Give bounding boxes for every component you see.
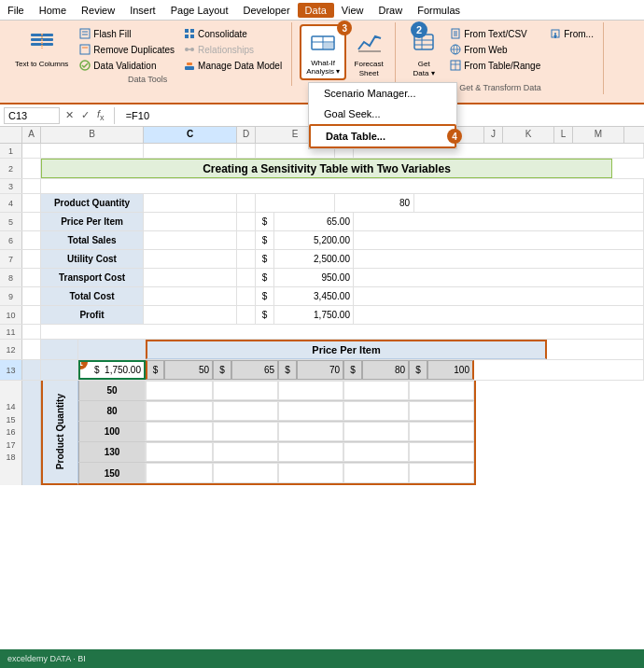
cell-j13-dollar[interactable]: $ <box>343 360 362 380</box>
remove-duplicates-button[interactable]: Remove Duplicates <box>76 42 178 57</box>
data-18-70[interactable] <box>278 463 343 483</box>
cell-e13-50[interactable]: 50 <box>164 360 213 380</box>
menu-insert[interactable]: Insert <box>122 3 163 18</box>
data-16-50[interactable] <box>146 422 213 441</box>
data-17-70[interactable] <box>278 442 343 462</box>
cell-m13-100[interactable]: 100 <box>427 360 474 380</box>
cell-g6[interactable] <box>354 231 644 249</box>
cell-a5[interactable] <box>22 213 41 230</box>
cell-d13-dollar[interactable]: $ <box>146 360 164 380</box>
cell-g5[interactable] <box>354 213 644 230</box>
menu-home[interactable]: Home <box>32 3 74 18</box>
qty-100-cell[interactable]: 100 <box>78 422 146 441</box>
cell-a2[interactable] <box>22 159 41 178</box>
col-m-header[interactable]: M <box>573 127 624 143</box>
qty-80-cell[interactable]: 80 <box>78 401 146 421</box>
cell-g7[interactable] <box>354 250 644 268</box>
cell-k13-80[interactable]: 80 <box>362 360 409 380</box>
cell-f7[interactable]: 2,500.00 <box>274 250 354 268</box>
cell-b10[interactable]: Profit <box>41 306 144 324</box>
cell-l13-dollar[interactable]: $ <box>409 360 427 380</box>
data-14-70[interactable] <box>278 381 343 400</box>
data-16-65[interactable] <box>213 422 278 441</box>
manage-data-model-button[interactable]: Manage Data Model <box>180 58 286 73</box>
relationships-button[interactable]: Relationships <box>180 42 286 57</box>
from-text-csv-button[interactable]: From Text/CSV <box>446 26 544 41</box>
menu-page-layout[interactable]: Page Layout <box>163 3 236 18</box>
qty-50-cell[interactable]: 50 <box>78 381 146 400</box>
cell-b4[interactable]: Product Quantity <box>41 194 144 212</box>
cell-f9[interactable]: 3,450.00 <box>274 287 354 305</box>
data-14-80[interactable] <box>343 381 409 400</box>
data-18-80[interactable] <box>343 463 409 483</box>
cell-f8[interactable]: 950.00 <box>274 269 354 286</box>
data-18-100[interactable] <box>409 463 474 483</box>
cell-d5[interactable] <box>237 213 256 230</box>
data-17-50[interactable] <box>146 442 213 462</box>
cell-a7[interactable] <box>22 250 41 268</box>
cell-g9[interactable] <box>354 287 644 305</box>
col-c-header[interactable]: C <box>144 127 237 143</box>
data-14-100[interactable] <box>409 381 474 400</box>
data-16-70[interactable] <box>278 422 343 441</box>
cell-e9-dollar[interactable]: $ <box>256 287 274 305</box>
forecast-sheet-button[interactable]: ForecastSheet <box>348 24 389 81</box>
cell-f5[interactable]: 65.00 <box>274 213 354 230</box>
cell-f13-dollar[interactable]: $ <box>213 360 231 380</box>
text-to-columns-button[interactable]: Text to Columns <box>9 24 74 73</box>
cell-c12-empty[interactable] <box>78 340 146 359</box>
menu-draw[interactable]: Draw <box>371 3 411 18</box>
cell-i13-70[interactable]: 70 <box>297 360 343 380</box>
menu-formulas[interactable]: Formulas <box>410 3 468 18</box>
cell-e5-dollar[interactable]: $ <box>256 213 274 230</box>
cell-d9[interactable] <box>237 287 256 305</box>
qty-130-cell[interactable]: 130 <box>78 442 146 462</box>
cell-e8-dollar[interactable]: $ <box>256 269 274 286</box>
what-if-analysis-button[interactable]: What-IfAnalysis ▾ 3 <box>300 24 346 80</box>
data-17-80[interactable] <box>343 442 409 462</box>
cell-d8[interactable] <box>237 269 256 286</box>
cell-a8[interactable] <box>22 269 41 286</box>
cell-d6[interactable] <box>237 231 256 249</box>
cell-b13[interactable] <box>41 360 78 380</box>
data-18-65[interactable] <box>213 463 278 483</box>
cell-c4[interactable] <box>144 194 237 212</box>
cell-e7-dollar[interactable]: $ <box>256 250 274 268</box>
data-table-item[interactable]: Data Table... 4 <box>309 124 456 148</box>
menu-data[interactable]: Data <box>298 3 334 18</box>
menu-view[interactable]: View <box>334 3 371 18</box>
col-k-header[interactable]: K <box>503 127 554 143</box>
menu-review[interactable]: Review <box>74 3 122 18</box>
data-16-100[interactable] <box>409 422 474 441</box>
cell-h12[interactable] <box>547 340 644 359</box>
cell-e10-dollar[interactable]: $ <box>256 306 274 324</box>
cell-f6[interactable]: 5,200.00 <box>274 231 354 249</box>
from-table-button[interactable]: From Table/Range <box>446 58 544 73</box>
col-l-header[interactable]: L <box>554 127 573 143</box>
cell-reference-input[interactable] <box>4 107 60 124</box>
flash-fill-button[interactable]: Flash Fill <box>76 26 178 41</box>
col-b-header[interactable]: B <box>41 127 144 143</box>
cell-b9[interactable]: Total Cost <box>41 287 144 305</box>
goal-seek-item[interactable]: Goal Seek... <box>309 104 456 124</box>
cell-a3[interactable] <box>22 179 41 193</box>
cell-a6[interactable] <box>22 231 41 249</box>
data-18-50[interactable] <box>146 463 213 483</box>
consolidate-button[interactable]: Consolidate <box>180 26 286 41</box>
cell-b2-title[interactable]: Creating a Sensitivity Table with Two Va… <box>41 159 612 178</box>
data-15-80[interactable] <box>343 401 409 421</box>
cell-f10[interactable]: 1,750.00 <box>274 306 354 324</box>
cell-e4[interactable] <box>256 194 335 212</box>
cell-c9[interactable] <box>144 287 237 305</box>
col-j-header[interactable]: J <box>484 127 503 143</box>
data-15-50[interactable] <box>146 401 213 421</box>
scenario-manager-item[interactable]: Scenario Manager... <box>309 83 456 104</box>
cell-a13[interactable] <box>22 360 41 380</box>
from-web-button[interactable]: From Web <box>446 42 544 57</box>
cell-g13-65[interactable]: 65 <box>231 360 278 380</box>
cell-c1[interactable] <box>144 144 237 158</box>
cell-d7[interactable] <box>237 250 256 268</box>
cell-d4[interactable] <box>237 194 256 212</box>
qty-150-cell[interactable]: 150 <box>78 463 146 483</box>
cell-c7[interactable] <box>144 250 237 268</box>
